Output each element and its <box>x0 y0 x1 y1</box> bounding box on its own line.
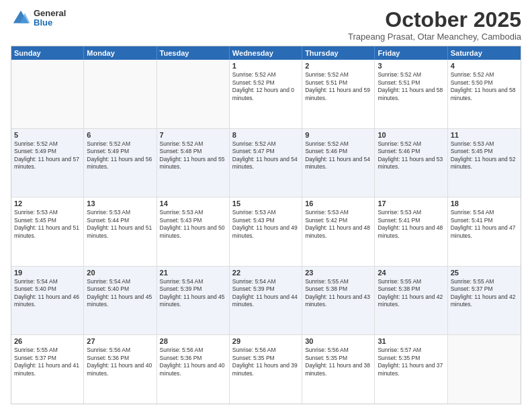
logo-general: General <box>34 9 66 18</box>
day-number: 5 <box>14 131 81 139</box>
cell-info: Sunrise: 5:54 AMSunset: 5:40 PMDaylight:… <box>14 278 81 309</box>
month-title: October 2025 <box>348 8 521 32</box>
calendar-body: 1Sunrise: 5:52 AMSunset: 5:52 PMDaylight… <box>11 60 521 404</box>
day-number: 1 <box>232 62 299 70</box>
header-day-friday: Friday <box>375 46 447 60</box>
day-cell-12: 12Sunrise: 5:53 AMSunset: 5:45 PMDayligh… <box>11 197 84 266</box>
day-cell-10: 10Sunrise: 5:52 AMSunset: 5:46 PMDayligh… <box>375 129 447 197</box>
header-day-thursday: Thursday <box>302 46 375 60</box>
day-number: 12 <box>14 199 81 208</box>
day-cell-22: 22Sunrise: 5:54 AMSunset: 5:39 PMDayligh… <box>230 267 302 335</box>
cell-info: Sunrise: 5:53 AMSunset: 5:44 PMDaylight:… <box>87 209 153 240</box>
day-number: 9 <box>305 131 371 139</box>
cell-info: Sunrise: 5:56 AMSunset: 5:35 PMDaylight:… <box>232 347 299 377</box>
day-number: 31 <box>378 337 444 345</box>
cell-info: Sunrise: 5:56 AMSunset: 5:36 PMDaylight:… <box>160 347 226 377</box>
cell-info: Sunrise: 5:55 AMSunset: 5:37 PMDaylight:… <box>14 347 81 377</box>
cell-info: Sunrise: 5:52 AMSunset: 5:49 PMDaylight:… <box>14 140 81 171</box>
day-number: 16 <box>305 199 371 208</box>
day-number: 10 <box>378 131 444 139</box>
day-number: 28 <box>160 337 226 345</box>
empty-cell <box>157 60 230 128</box>
cell-info: Sunrise: 5:53 AMSunset: 5:43 PMDaylight:… <box>232 209 299 240</box>
header-day-sunday: Sunday <box>11 46 84 60</box>
day-number: 22 <box>232 269 299 277</box>
day-number: 4 <box>451 62 518 70</box>
day-cell-28: 28Sunrise: 5:56 AMSunset: 5:36 PMDayligh… <box>157 335 230 404</box>
cell-info: Sunrise: 5:52 AMSunset: 5:49 PMDaylight:… <box>87 140 153 171</box>
day-cell-16: 16Sunrise: 5:53 AMSunset: 5:42 PMDayligh… <box>302 197 375 266</box>
cell-info: Sunrise: 5:53 AMSunset: 5:41 PMDaylight:… <box>378 209 444 240</box>
day-cell-31: 31Sunrise: 5:57 AMSunset: 5:35 PMDayligh… <box>375 335 447 404</box>
day-cell-11: 11Sunrise: 5:53 AMSunset: 5:45 PMDayligh… <box>448 129 521 197</box>
calendar-week-4: 19Sunrise: 5:54 AMSunset: 5:40 PMDayligh… <box>11 267 521 336</box>
day-cell-27: 27Sunrise: 5:56 AMSunset: 5:36 PMDayligh… <box>84 335 157 404</box>
day-number: 20 <box>87 269 153 277</box>
empty-cell <box>11 60 84 128</box>
day-cell-13: 13Sunrise: 5:53 AMSunset: 5:44 PMDayligh… <box>84 197 157 266</box>
calendar-week-3: 12Sunrise: 5:53 AMSunset: 5:45 PMDayligh… <box>11 197 521 267</box>
day-number: 26 <box>14 337 81 345</box>
header-day-wednesday: Wednesday <box>230 46 302 60</box>
logo: General Blue <box>11 8 66 28</box>
day-cell-24: 24Sunrise: 5:55 AMSunset: 5:38 PMDayligh… <box>375 267 447 335</box>
calendar-week-2: 5Sunrise: 5:52 AMSunset: 5:49 PMDaylight… <box>11 129 521 198</box>
day-number: 8 <box>232 131 299 139</box>
title-block: October 2025 Trapeang Prasat, Otar Meanc… <box>348 8 521 42</box>
day-cell-2: 2Sunrise: 5:52 AMSunset: 5:51 PMDaylight… <box>302 60 375 128</box>
cell-info: Sunrise: 5:54 AMSunset: 5:40 PMDaylight:… <box>87 278 153 309</box>
day-cell-23: 23Sunrise: 5:55 AMSunset: 5:38 PMDayligh… <box>302 267 375 335</box>
cell-info: Sunrise: 5:52 AMSunset: 5:46 PMDaylight:… <box>378 140 444 171</box>
page: General Blue October 2025 Trapeang Prasa… <box>0 0 532 411</box>
empty-cell <box>448 335 521 404</box>
cell-info: Sunrise: 5:55 AMSunset: 5:38 PMDaylight:… <box>378 278 444 309</box>
cell-info: Sunrise: 5:52 AMSunset: 5:51 PMDaylight:… <box>305 71 371 102</box>
cell-info: Sunrise: 5:57 AMSunset: 5:35 PMDaylight:… <box>378 347 444 377</box>
day-cell-8: 8Sunrise: 5:52 AMSunset: 5:47 PMDaylight… <box>230 129 302 197</box>
cell-info: Sunrise: 5:52 AMSunset: 5:46 PMDaylight:… <box>305 140 371 171</box>
day-number: 7 <box>160 131 226 139</box>
day-cell-20: 20Sunrise: 5:54 AMSunset: 5:40 PMDayligh… <box>84 267 157 335</box>
day-number: 14 <box>160 199 226 208</box>
cell-info: Sunrise: 5:52 AMSunset: 5:52 PMDaylight:… <box>232 71 299 102</box>
cell-info: Sunrise: 5:52 AMSunset: 5:51 PMDaylight:… <box>378 71 444 102</box>
day-cell-7: 7Sunrise: 5:52 AMSunset: 5:48 PMDaylight… <box>157 129 230 197</box>
day-number: 19 <box>14 269 81 277</box>
cell-info: Sunrise: 5:53 AMSunset: 5:45 PMDaylight:… <box>451 140 518 171</box>
logo-text: General Blue <box>34 9 66 28</box>
day-cell-17: 17Sunrise: 5:53 AMSunset: 5:41 PMDayligh… <box>375 197 447 266</box>
day-number: 24 <box>378 269 444 277</box>
day-cell-25: 25Sunrise: 5:55 AMSunset: 5:37 PMDayligh… <box>448 267 521 335</box>
header-day-monday: Monday <box>84 46 157 60</box>
cell-info: Sunrise: 5:56 AMSunset: 5:35 PMDaylight:… <box>305 347 371 377</box>
day-number: 25 <box>451 269 518 277</box>
cell-info: Sunrise: 5:56 AMSunset: 5:36 PMDaylight:… <box>87 347 153 377</box>
day-cell-1: 1Sunrise: 5:52 AMSunset: 5:52 PMDaylight… <box>230 60 302 128</box>
header: General Blue October 2025 Trapeang Prasa… <box>11 8 521 42</box>
cell-info: Sunrise: 5:53 AMSunset: 5:45 PMDaylight:… <box>14 209 81 240</box>
empty-cell <box>84 60 157 128</box>
cell-info: Sunrise: 5:54 AMSunset: 5:39 PMDaylight:… <box>160 278 226 309</box>
calendar-week-5: 26Sunrise: 5:55 AMSunset: 5:37 PMDayligh… <box>11 335 521 404</box>
day-number: 15 <box>232 199 299 208</box>
header-day-saturday: Saturday <box>448 46 521 60</box>
day-cell-21: 21Sunrise: 5:54 AMSunset: 5:39 PMDayligh… <box>157 267 230 335</box>
day-cell-26: 26Sunrise: 5:55 AMSunset: 5:37 PMDayligh… <box>11 335 84 404</box>
calendar-week-1: 1Sunrise: 5:52 AMSunset: 5:52 PMDaylight… <box>11 60 521 129</box>
logo-blue: Blue <box>34 18 66 28</box>
header-day-tuesday: Tuesday <box>157 46 230 60</box>
day-cell-5: 5Sunrise: 5:52 AMSunset: 5:49 PMDaylight… <box>11 129 84 197</box>
cell-info: Sunrise: 5:54 AMSunset: 5:41 PMDaylight:… <box>451 209 518 240</box>
day-cell-6: 6Sunrise: 5:52 AMSunset: 5:49 PMDaylight… <box>84 129 157 197</box>
day-cell-18: 18Sunrise: 5:54 AMSunset: 5:41 PMDayligh… <box>448 197 521 266</box>
day-number: 17 <box>378 199 444 208</box>
day-number: 29 <box>232 337 299 345</box>
day-number: 6 <box>87 131 153 139</box>
cell-info: Sunrise: 5:52 AMSunset: 5:47 PMDaylight:… <box>232 140 299 171</box>
day-number: 30 <box>305 337 371 345</box>
day-number: 11 <box>451 131 518 139</box>
day-cell-19: 19Sunrise: 5:54 AMSunset: 5:40 PMDayligh… <box>11 267 84 335</box>
day-cell-9: 9Sunrise: 5:52 AMSunset: 5:46 PMDaylight… <box>302 129 375 197</box>
cell-info: Sunrise: 5:52 AMSunset: 5:48 PMDaylight:… <box>160 140 226 171</box>
day-number: 18 <box>451 199 518 208</box>
